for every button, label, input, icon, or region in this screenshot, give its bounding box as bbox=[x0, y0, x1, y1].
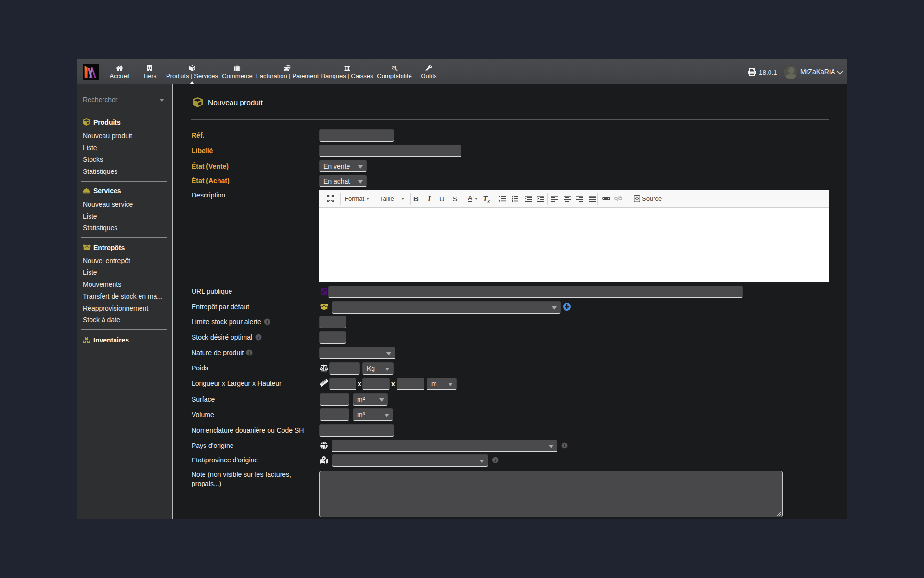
svg-text:$: $ bbox=[393, 66, 395, 69]
